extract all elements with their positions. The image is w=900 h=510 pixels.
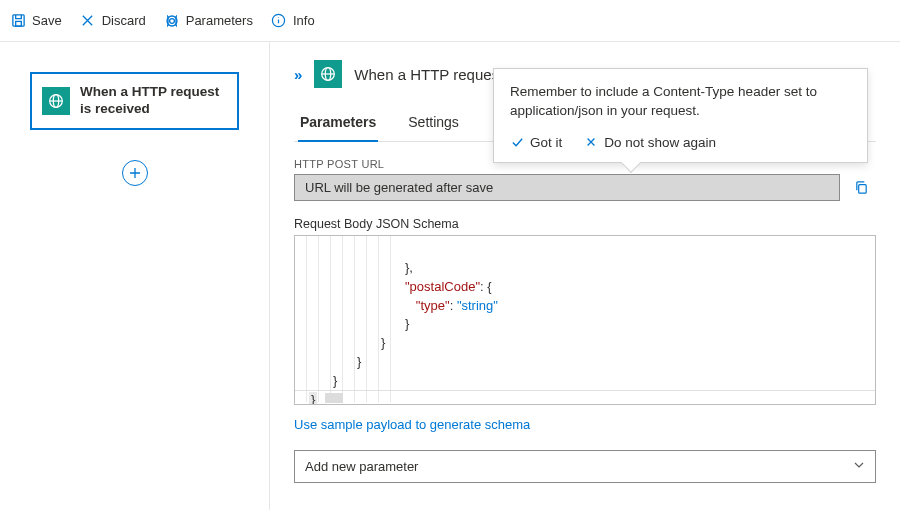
dont-show-again-button[interactable]: Do not show again [584, 135, 716, 150]
info-label: Info [293, 13, 315, 28]
discard-button[interactable]: Discard [80, 13, 146, 29]
trigger-card[interactable]: When a HTTP request is received [30, 72, 239, 130]
x-icon [80, 13, 96, 29]
chevron-down-icon [853, 459, 865, 474]
info-icon [271, 13, 287, 29]
save-button[interactable]: Save [10, 13, 62, 29]
collapse-panel-button[interactable]: » [294, 66, 302, 83]
info-callout: Remember to include a Content-Type heade… [493, 68, 868, 163]
discard-label: Discard [102, 13, 146, 28]
callout-message: Remember to include a Content-Type heade… [510, 83, 851, 121]
http-trigger-icon [314, 60, 342, 88]
save-icon [10, 13, 26, 29]
svg-rect-9 [858, 185, 866, 193]
svg-rect-0 [12, 15, 23, 26]
parameters-button[interactable]: Parameters [164, 13, 253, 29]
save-label: Save [32, 13, 62, 28]
x-icon [584, 135, 598, 149]
editor-gutter [295, 236, 391, 402]
tab-parameters[interactable]: Parameters [298, 106, 378, 142]
designer-canvas: When a HTTP request is received [0, 42, 270, 510]
svg-rect-1 [15, 21, 21, 26]
trigger-card-label: When a HTTP request is received [80, 84, 227, 118]
parameters-label: Parameters [186, 13, 253, 28]
tab-settings[interactable]: Settings [406, 106, 461, 141]
got-it-button[interactable]: Got it [510, 135, 562, 150]
svg-point-2 [169, 18, 174, 23]
use-sample-payload-link[interactable]: Use sample payload to generate schema [294, 417, 530, 432]
json-schema-editor[interactable]: }, "postalCode": { "type": "string" } } … [294, 235, 876, 405]
info-button[interactable]: Info [271, 13, 315, 29]
schema-field-label: Request Body JSON Schema [294, 217, 876, 231]
toolbar: Save Discard Parameters Info [0, 0, 900, 42]
add-step-button[interactable] [122, 160, 148, 186]
editor-scrollbar[interactable] [295, 390, 875, 404]
dont-show-label: Do not show again [604, 135, 716, 150]
add-new-parameter-dropdown[interactable]: Add new parameter [294, 450, 876, 483]
http-post-url-field: URL will be generated after save [294, 174, 840, 201]
got-it-label: Got it [530, 135, 562, 150]
http-trigger-icon [42, 87, 70, 115]
copy-url-button[interactable] [846, 174, 876, 201]
parameters-icon [164, 13, 180, 29]
check-icon [510, 135, 524, 149]
add-new-parameter-label: Add new parameter [305, 459, 418, 474]
